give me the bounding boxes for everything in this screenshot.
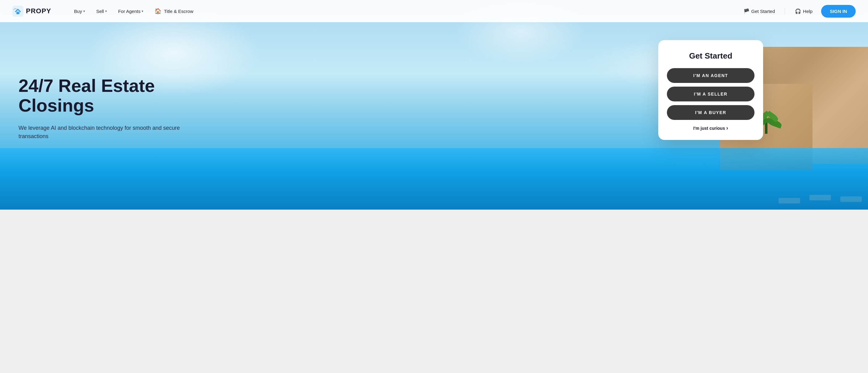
- agent-button[interactable]: I'M AN AGENT: [667, 68, 754, 83]
- hero-subtitle: We leverage AI and blockchain technology…: [19, 124, 191, 140]
- flag-icon: 🏴: [743, 8, 749, 14]
- sign-in-button[interactable]: SIGN IN: [821, 5, 856, 18]
- nav-title-escrow[interactable]: 🏠 Title & Escrow: [150, 5, 197, 17]
- title-escrow-icon: 🏠: [155, 8, 161, 14]
- logo-icon: [12, 5, 24, 16]
- hero-title: 24/7 Real EstateClosings: [19, 76, 191, 115]
- pool: [0, 148, 868, 210]
- curious-link[interactable]: I'm just curious ›: [667, 125, 754, 131]
- buyer-button[interactable]: I'M A BUYER: [667, 105, 754, 120]
- agents-chevron-icon: ▾: [142, 9, 144, 13]
- navigation: PROPY Buy ▾ Sell ▾ For Agents ▾ 🏠 Title …: [0, 0, 868, 22]
- curious-arrow-icon: ›: [726, 125, 728, 131]
- nav-sell[interactable]: Sell ▾: [92, 6, 111, 16]
- nav-right: 🏴 Get Started 🎧 Help SIGN IN: [740, 5, 856, 18]
- logo[interactable]: PROPY: [12, 5, 51, 16]
- hero-section: 24/7 Real EstateClosings We leverage AI …: [0, 0, 868, 210]
- nav-get-started-link[interactable]: 🏴 Get Started: [740, 6, 779, 16]
- buy-chevron-icon: ▾: [83, 9, 85, 13]
- card-title: Get Started: [667, 51, 754, 61]
- logo-text: PROPY: [26, 7, 51, 15]
- nav-help-link[interactable]: 🎧 Help: [791, 6, 816, 16]
- seller-button[interactable]: I'M A SELLER: [667, 87, 754, 101]
- nav-divider: [785, 8, 785, 14]
- hero-content: 24/7 Real EstateClosings We leverage AI …: [19, 76, 191, 141]
- nav-buy[interactable]: Buy ▾: [70, 6, 89, 16]
- headset-icon: 🎧: [795, 8, 801, 14]
- nav-for-agents[interactable]: For Agents ▾: [114, 6, 148, 16]
- get-started-card: Get Started I'M AN AGENT I'M A SELLER I'…: [658, 40, 763, 140]
- nav-links: Buy ▾ Sell ▾ For Agents ▾ 🏠 Title & Escr…: [70, 5, 740, 17]
- svg-rect-2: [17, 12, 19, 14]
- sell-chevron-icon: ▾: [105, 9, 107, 13]
